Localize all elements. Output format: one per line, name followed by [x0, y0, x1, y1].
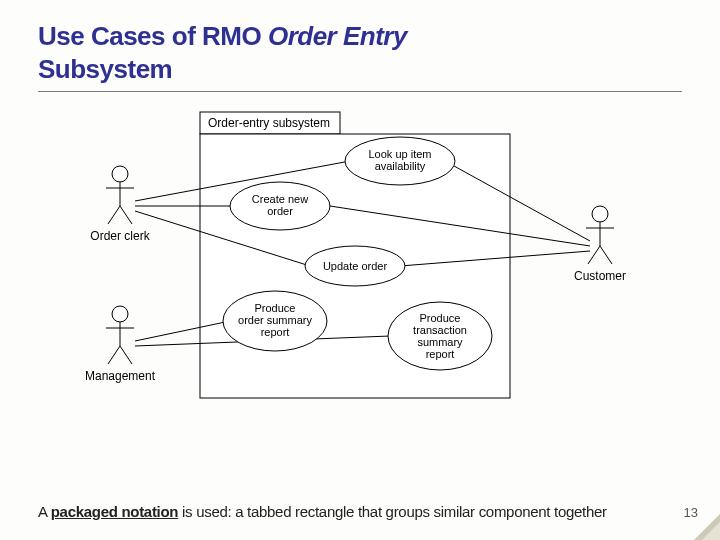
actor-management: Management [85, 306, 156, 383]
caption-bold: packaged notation [51, 503, 178, 520]
svg-text:Produce: Produce [420, 312, 461, 324]
svg-line-42 [588, 246, 600, 264]
svg-text:Look up item: Look up item [369, 148, 432, 160]
svg-line-30 [108, 206, 120, 224]
actor-order-clerk: Order clerk [90, 166, 150, 243]
svg-point-27 [112, 166, 128, 182]
title-italic: Order Entry [268, 21, 407, 51]
caption-a: A [38, 503, 51, 520]
svg-text:Update order: Update order [323, 260, 388, 272]
svg-line-36 [108, 346, 120, 364]
svg-text:report: report [261, 326, 290, 338]
title-part2: Subsystem [38, 54, 172, 84]
package-label: Order-entry subsystem [208, 116, 330, 130]
svg-text:transaction: transaction [413, 324, 467, 336]
svg-text:availability: availability [375, 160, 426, 172]
svg-text:summary: summary [417, 336, 463, 348]
svg-text:Produce: Produce [255, 302, 296, 314]
usecase-lookup: Look up item availability [345, 137, 455, 185]
slide-title: Use Cases of RMO Order Entry Subsystem [38, 20, 682, 85]
svg-line-43 [600, 246, 612, 264]
title-underline [38, 91, 682, 92]
svg-point-39 [592, 206, 608, 222]
svg-text:Customer: Customer [574, 269, 626, 283]
usecase-transaction: Produce transaction summary report [388, 302, 492, 370]
caption: A packaged notation is used: a tabbed re… [38, 503, 682, 520]
usecase-summary: Produce order summary report [223, 291, 327, 351]
svg-text:order summary: order summary [238, 314, 312, 326]
caption-b: is used: a tabbed rectangle that groups … [178, 503, 607, 520]
svg-text:Management: Management [85, 369, 156, 383]
svg-text:report: report [426, 348, 455, 360]
svg-text:order: order [267, 205, 293, 217]
corner-fold-icon [694, 514, 720, 540]
usecase-update: Update order [305, 246, 405, 286]
svg-line-37 [120, 346, 132, 364]
usecase-diagram: Order-entry subsystem Look up item avail… [80, 106, 640, 424]
usecase-create: Create new order [230, 182, 330, 230]
svg-text:Create new: Create new [252, 193, 308, 205]
svg-text:Order clerk: Order clerk [90, 229, 150, 243]
title-part1: Use Cases of RMO [38, 21, 268, 51]
svg-line-31 [120, 206, 132, 224]
svg-point-33 [112, 306, 128, 322]
